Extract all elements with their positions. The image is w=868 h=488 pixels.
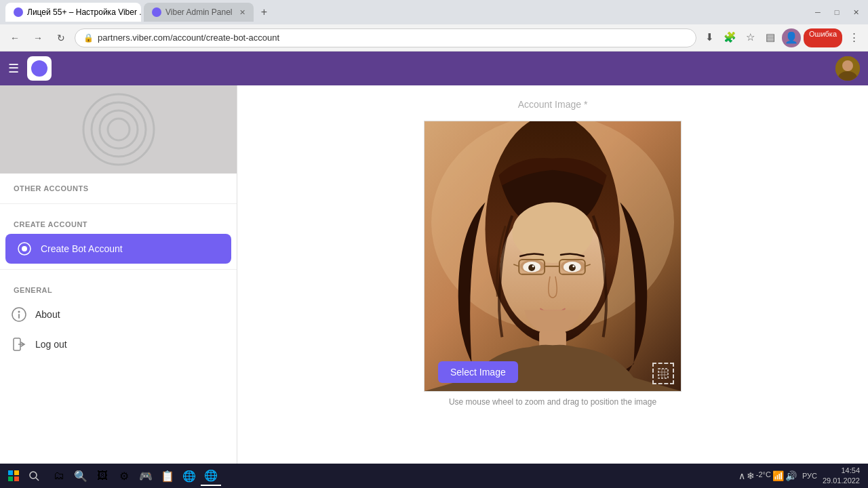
main-area: OTHER ACCOUNTS CREATE ACCOUNT Create Bot… bbox=[0, 85, 868, 464]
viber-logo-inner bbox=[31, 60, 47, 77]
tab-1[interactable]: Лицей 55+ – Настройка Viber ... ✕ bbox=[5, 3, 141, 22]
taskbar-app-icons: 🗂 🔍 🖼 ⚙ 🎮 📋 🌐 🌐 bbox=[49, 466, 221, 486]
svg-point-6 bbox=[108, 119, 130, 140]
tab-2[interactable]: Viber Admin Panel ✕ bbox=[144, 3, 254, 22]
svg-rect-33 bbox=[658, 369, 668, 378]
lang-indicator: РУС bbox=[802, 472, 817, 480]
lock-icon: 🔒 bbox=[83, 33, 94, 43]
svg-point-3 bbox=[83, 94, 154, 165]
chevron-icon[interactable]: ∧ bbox=[738, 470, 745, 481]
search-taskbar-icon[interactable]: 🔍 bbox=[71, 466, 91, 486]
sidebar-item-logout[interactable]: Log out bbox=[0, 329, 237, 359]
app5-icon[interactable]: 🎮 bbox=[136, 466, 156, 486]
weather-icon: ❄ bbox=[747, 470, 755, 481]
profile-icon[interactable]: 👤 bbox=[782, 28, 801, 47]
create-bot-label: Create Bot Account bbox=[41, 243, 123, 254]
chrome-icon[interactable]: 🌐 bbox=[201, 466, 221, 486]
toolbar-actions: ⬇ 🧩 ☆ ▤ 👤 Ошибка ⋮ bbox=[701, 28, 863, 47]
minimize-button[interactable]: ─ bbox=[811, 5, 825, 19]
logout-icon bbox=[11, 336, 27, 352]
app7-icon[interactable]: 🌐 bbox=[179, 466, 199, 486]
svg-point-8 bbox=[22, 246, 27, 251]
clock-time: 14:54 bbox=[823, 466, 860, 476]
app4-icon[interactable]: ⚙ bbox=[114, 466, 134, 486]
hamburger-icon[interactable]: ☰ bbox=[8, 61, 19, 76]
taskbar: 🗂 🔍 🖼 ⚙ 🎮 📋 🌐 🌐 ∧ ❄ -2°C 📶 🔊 РУС 14:54 2… bbox=[0, 464, 868, 488]
new-tab-button[interactable]: + bbox=[256, 4, 273, 20]
svg-rect-41 bbox=[14, 476, 19, 481]
sidebar-logo-area bbox=[0, 85, 237, 174]
svg-rect-38 bbox=[8, 470, 13, 475]
svg-point-10 bbox=[18, 311, 20, 313]
window-controls: ─ □ ✕ bbox=[811, 5, 863, 19]
divider-2 bbox=[0, 269, 237, 270]
maximize-button[interactable]: □ bbox=[830, 5, 844, 19]
tab-favicon-2 bbox=[152, 7, 161, 17]
viber-logo bbox=[27, 56, 52, 81]
taskbar-clock[interactable]: 14:54 29.01.2022 bbox=[823, 466, 865, 487]
clock-date: 29.01.2022 bbox=[823, 476, 860, 486]
temperature: -2°C bbox=[756, 470, 771, 481]
file-explorer-icon[interactable]: 🗂 bbox=[49, 466, 69, 486]
target-icon bbox=[81, 92, 156, 167]
close-button[interactable]: ✕ bbox=[849, 5, 863, 19]
sidebar: OTHER ACCOUNTS CREATE ACCOUNT Create Bot… bbox=[0, 85, 237, 464]
error-badge[interactable]: Ошибка bbox=[804, 28, 842, 47]
extensions-icon[interactable]: 🧩 bbox=[721, 28, 738, 46]
svg-point-42 bbox=[30, 472, 37, 479]
image-container: Select Image bbox=[424, 121, 682, 392]
back-button[interactable]: ← bbox=[5, 28, 24, 47]
sidebar-item-create-bot[interactable]: Create Bot Account bbox=[5, 234, 231, 264]
app6-icon[interactable]: 📋 bbox=[157, 466, 178, 486]
image-upload-area: Select Image Use mouse wheel to zoom and… bbox=[264, 121, 841, 407]
reload-button[interactable]: ↻ bbox=[52, 28, 71, 47]
svg-rect-40 bbox=[8, 476, 13, 481]
crop-icon[interactable] bbox=[652, 363, 674, 384]
search-icon[interactable] bbox=[24, 466, 43, 485]
star-icon[interactable]: ☆ bbox=[741, 28, 759, 46]
forward-button[interactable]: → bbox=[28, 28, 47, 47]
app3-icon[interactable]: 🖼 bbox=[92, 466, 113, 486]
sidebar-item-about[interactable]: About bbox=[0, 300, 237, 329]
menu-icon[interactable]: ⋮ bbox=[845, 28, 863, 46]
browser-titlebar: Лицей 55+ – Настройка Viber ... ✕ Viber … bbox=[0, 0, 868, 24]
create-account-label: CREATE ACCOUNT bbox=[0, 209, 237, 234]
bot-icon bbox=[16, 241, 33, 257]
svg-point-29 bbox=[569, 264, 576, 271]
tab-close-2[interactable]: ✕ bbox=[239, 8, 245, 17]
sys-icons: ∧ ❄ -2°C 📶 🔊 bbox=[738, 470, 797, 481]
svg-point-18 bbox=[512, 202, 593, 263]
svg-line-43 bbox=[36, 478, 39, 481]
svg-point-28 bbox=[528, 264, 535, 271]
taskbar-sys: ∧ ❄ -2°C 📶 🔊 РУС 14:54 29.01.2022 bbox=[738, 466, 865, 487]
sidebar-toggle-icon[interactable]: ▤ bbox=[762, 28, 779, 46]
tab-label-1: Лицей 55+ – Настройка Viber ... bbox=[27, 7, 141, 17]
browser-toolbar: ← → ↻ 🔒 partners.viber.com/account/creat… bbox=[0, 24, 868, 52]
general-label: GENERAL bbox=[0, 275, 237, 300]
svg-point-1 bbox=[842, 60, 853, 71]
divider-1 bbox=[0, 203, 237, 204]
browser-frame: Лицей 55+ – Настройка Viber ... ✕ Viber … bbox=[0, 0, 868, 488]
svg-rect-39 bbox=[14, 470, 19, 475]
start-button[interactable] bbox=[3, 465, 24, 487]
address-bar[interactable]: 🔒 partners.viber.com/account/create-bot-… bbox=[75, 28, 696, 47]
section-title: Account Image * bbox=[264, 99, 841, 110]
address-text: partners.viber.com/account/create-bot-ac… bbox=[98, 33, 279, 43]
svg-point-31 bbox=[572, 265, 574, 267]
tab-favicon-1 bbox=[14, 7, 23, 17]
about-label: About bbox=[35, 309, 60, 320]
viber-header: ☰ bbox=[0, 52, 868, 85]
about-icon bbox=[11, 306, 27, 323]
select-image-button[interactable]: Select Image bbox=[438, 361, 518, 383]
wifi-icon: 📶 bbox=[772, 470, 784, 481]
header-avatar[interactable] bbox=[835, 56, 860, 81]
tab-label-2: Viber Admin Panel bbox=[165, 7, 233, 17]
svg-point-30 bbox=[532, 265, 534, 267]
other-accounts-label: OTHER ACCOUNTS bbox=[0, 174, 237, 198]
download-icon[interactable]: ⬇ bbox=[701, 28, 718, 46]
speaker-icon: 🔊 bbox=[785, 470, 797, 481]
main-content: Account Image * bbox=[237, 85, 868, 464]
svg-point-5 bbox=[100, 110, 138, 148]
logout-label: Log out bbox=[35, 339, 67, 350]
help-text: Use mouse wheel to zoom and drag to posi… bbox=[449, 397, 656, 407]
